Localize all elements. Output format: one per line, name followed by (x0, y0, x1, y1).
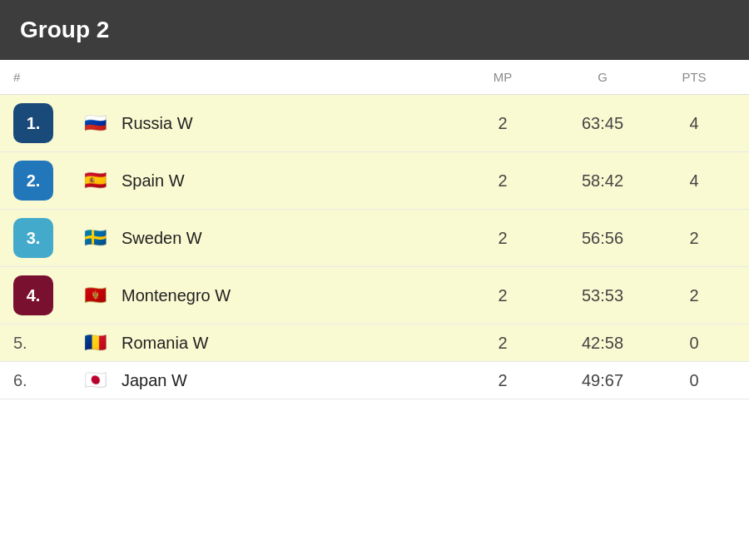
team-name: Japan W (122, 371, 187, 390)
rank-cell: 1. (13, 103, 80, 143)
team-flag: 🇲🇪 (80, 285, 110, 305)
rank-cell: 2. (13, 161, 80, 201)
rank-number: 5. (13, 334, 80, 353)
team-name: Montenegro W (122, 286, 231, 305)
rank-cell: 4. (13, 275, 80, 315)
rank-badge: 4. (13, 275, 53, 315)
stat-mp: 2 (453, 286, 553, 305)
team-cell: 🇷🇴Romania W (80, 333, 453, 353)
col-g: G (553, 70, 652, 84)
stat-pts: 0 (652, 334, 736, 353)
table-row: 5.🇷🇴Romania W242:580 (0, 325, 749, 362)
group-title: Group 2 (20, 17, 109, 42)
stat-pts: 4 (652, 171, 736, 191)
team-cell: 🇪🇸Spain W (80, 171, 453, 191)
stat-pts: 0 (652, 371, 736, 390)
stat-mp: 2 (453, 114, 553, 133)
rank-badge: 1. (13, 103, 53, 143)
team-flag: 🇷🇴 (80, 333, 110, 353)
stat-pts: 2 (652, 286, 736, 305)
rank-badge: 2. (13, 161, 53, 201)
team-name: Sweden W (122, 229, 202, 248)
team-cell: 🇲🇪Montenegro W (80, 285, 453, 305)
stat-g: 42:58 (553, 334, 652, 353)
team-flag: 🇪🇸 (80, 171, 110, 191)
stat-g: 56:56 (553, 229, 652, 248)
team-cell: 🇸🇪Sweden W (80, 228, 453, 248)
table-row: 4.🇲🇪Montenegro W253:532 (0, 267, 749, 325)
col-mp: MP (453, 70, 553, 84)
stat-mp: 2 (453, 229, 553, 248)
header: Group 2 (0, 0, 749, 60)
stat-mp: 2 (453, 334, 553, 353)
team-flag: 🇷🇺 (80, 113, 110, 133)
table-row: 1.🇷🇺Russia W263:454 (0, 95, 749, 152)
col-hash: # (13, 70, 80, 84)
team-name: Romania W (122, 334, 208, 353)
table-body: 1.🇷🇺Russia W263:4542.🇪🇸Spain W258:4243.🇸… (0, 95, 749, 399)
table-header: # MP G PTS (0, 60, 749, 95)
team-name: Russia W (122, 114, 193, 133)
table-row: 6.🇯🇵Japan W249:670 (0, 362, 749, 399)
stat-pts: 2 (652, 229, 736, 248)
rank-cell: 5. (13, 334, 80, 353)
table-row: 2.🇪🇸Spain W258:424 (0, 152, 749, 210)
table-row: 3.🇸🇪Sweden W256:562 (0, 210, 749, 267)
rank-cell: 6. (13, 371, 80, 390)
rank-badge: 3. (13, 218, 53, 258)
col-team (80, 70, 453, 84)
stat-g: 58:42 (553, 171, 652, 191)
team-cell: 🇷🇺Russia W (80, 113, 453, 133)
rank-cell: 3. (13, 218, 80, 258)
team-flag: 🇸🇪 (80, 228, 110, 248)
col-pts: PTS (652, 70, 736, 84)
stat-g: 49:67 (553, 371, 652, 390)
stat-mp: 2 (453, 371, 553, 390)
team-name: Spain W (122, 171, 185, 191)
team-cell: 🇯🇵Japan W (80, 370, 453, 390)
stat-g: 63:45 (553, 114, 652, 133)
rank-number: 6. (13, 371, 80, 390)
team-flag: 🇯🇵 (80, 370, 110, 390)
stat-mp: 2 (453, 171, 553, 191)
stat-pts: 4 (652, 114, 736, 133)
stat-g: 53:53 (553, 286, 652, 305)
